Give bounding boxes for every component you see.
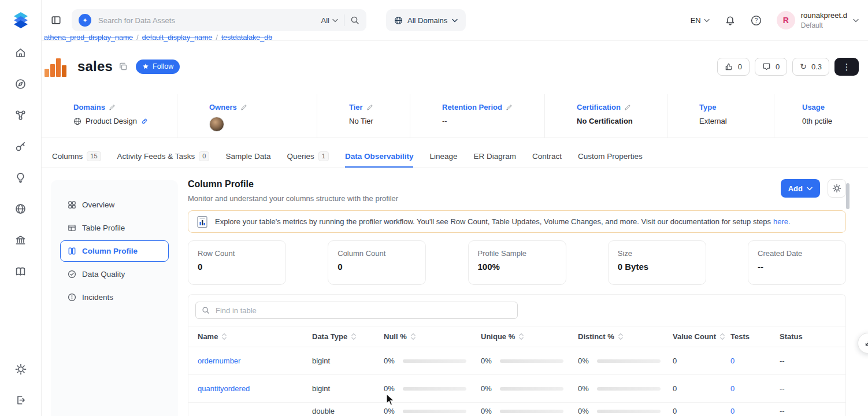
sort-icon[interactable]: [351, 333, 357, 340]
edit-pencil-icon[interactable]: [506, 104, 513, 111]
entity-tabs: Columns 15 Activity Feeds & Tasks 0 Samp…: [42, 146, 868, 168]
stat-label: Profile Sample: [478, 249, 557, 258]
sort-icon[interactable]: [221, 333, 227, 340]
book-icon: [15, 266, 26, 277]
nav-govern-button[interactable]: [15, 234, 27, 246]
version-button[interactable]: ↻ 0.3: [792, 58, 829, 76]
nav-home-button[interactable]: [15, 47, 27, 58]
expand-arrows-icon: [864, 339, 868, 347]
language-dropdown[interactable]: EN: [691, 16, 710, 25]
tab-columns[interactable]: Columns 15: [52, 146, 101, 168]
app-root: ✦ All All Domains EN: [0, 0, 868, 416]
tab-custom-properties[interactable]: Custom Properties: [578, 146, 643, 168]
more-actions-button[interactable]: ⋮: [834, 58, 859, 76]
logout-button[interactable]: [15, 394, 27, 406]
tab-contract[interactable]: Contract: [532, 146, 562, 168]
domains-filter-button[interactable]: All Domains: [386, 9, 466, 31]
cell-status: --: [780, 384, 845, 393]
column-header-unique-pct[interactable]: Unique %: [481, 332, 578, 341]
nav-access-button[interactable]: [15, 140, 27, 152]
column-header-name[interactable]: Name: [198, 332, 312, 341]
table-row: ordernumber bigint 0% 0% 0% 0 0 --: [188, 347, 845, 375]
user-menu[interactable]: R rounakpreet.d Default: [777, 11, 859, 29]
breadcrumb-item[interactable]: default_display_name: [142, 34, 213, 42]
search-scope-dropdown[interactable]: All: [321, 16, 338, 25]
nav-lineage-button[interactable]: [15, 109, 27, 121]
tab-queries[interactable]: Queries 1: [287, 146, 329, 168]
notifications-button[interactable]: [725, 15, 736, 26]
table-entity-icon: [42, 53, 69, 80]
edit-pencil-icon[interactable]: [366, 104, 373, 111]
profiler-settings-button[interactable]: [828, 179, 846, 198]
help-button[interactable]: ?: [751, 15, 762, 26]
upvote-button[interactable]: 0: [717, 58, 750, 76]
sort-icon[interactable]: [410, 333, 416, 340]
nav-explore-button[interactable]: [15, 78, 27, 90]
edit-pencil-icon[interactable]: [624, 104, 631, 111]
tests-link[interactable]: 0: [730, 407, 735, 415]
sort-icon[interactable]: [518, 333, 524, 340]
grid-icon: [68, 200, 76, 209]
banner-link[interactable]: here.: [773, 217, 791, 226]
meta-domains: Domains Product Design: [42, 94, 177, 138]
meta-label: Usage: [802, 103, 825, 112]
column-header-tests[interactable]: Tests: [730, 332, 780, 341]
breadcrumb-item[interactable]: athena_prod_display_name: [44, 34, 133, 42]
column-header-label: Name: [198, 332, 218, 341]
tab-count-badge: 1: [318, 151, 329, 161]
domains-filter-label: All Domains: [407, 16, 447, 25]
sidebar-toggle-button[interactable]: [46, 10, 66, 30]
sort-icon[interactable]: [719, 333, 725, 340]
nav-domains-button[interactable]: [15, 203, 27, 214]
cell-value-count: 0: [673, 384, 730, 393]
tab-label: Sample Data: [225, 152, 270, 161]
meta-value[interactable]: Product Design: [86, 117, 137, 125]
column-header-null-pct[interactable]: Null %: [384, 332, 481, 341]
app-logo-icon[interactable]: [10, 9, 32, 31]
tab-activity-feeds[interactable]: Activity Feeds & Tasks 0: [117, 146, 210, 168]
column-header-distinct-pct[interactable]: Distinct %: [578, 332, 673, 341]
profile-nav-table-profile[interactable]: Table Profile: [60, 217, 169, 239]
meta-owners: Owners: [177, 94, 317, 138]
search-button[interactable]: [350, 16, 359, 25]
tab-lineage[interactable]: Lineage: [429, 146, 457, 168]
tab-er-diagram[interactable]: ER Diagram: [474, 146, 517, 168]
follow-button[interactable]: Follow: [136, 60, 180, 74]
pct-value: 0%: [578, 356, 589, 365]
sort-icon[interactable]: [618, 333, 624, 340]
column-header-status[interactable]: Status: [780, 332, 845, 341]
breadcrumb-separator: /: [136, 34, 138, 42]
comments-button[interactable]: 0: [755, 58, 787, 76]
column-header-value-count[interactable]: Value Count: [673, 332, 730, 341]
nav-glossary-button[interactable]: [15, 265, 27, 277]
column-header-data-type[interactable]: Data Type: [312, 332, 384, 341]
add-button[interactable]: Add: [781, 179, 820, 198]
breadcrumb-item[interactable]: testdatalake_db: [221, 34, 272, 42]
nav-insights-button[interactable]: [15, 172, 27, 183]
edit-pencil-icon[interactable]: [109, 104, 116, 111]
tests-link[interactable]: 0: [730, 356, 735, 365]
profile-nav-column-profile[interactable]: Column Profile: [60, 240, 169, 262]
column-name-link[interactable]: quantityordered: [198, 384, 250, 393]
tab-label: ER Diagram: [474, 152, 517, 161]
edit-pencil-icon[interactable]: [240, 104, 247, 111]
settings-button[interactable]: [15, 363, 27, 375]
meta-label: Domains: [73, 103, 105, 112]
tab-data-observability[interactable]: Data Observability: [345, 146, 414, 168]
search-input[interactable]: [97, 16, 316, 25]
column-name-link[interactable]: ordernumber: [198, 356, 240, 365]
profile-nav-incidents[interactable]: Incidents: [60, 287, 169, 308]
comment-icon: [762, 62, 771, 71]
copy-name-button[interactable]: [118, 62, 128, 71]
panel-scrollbar[interactable]: [846, 183, 850, 209]
ai-sparkle-icon[interactable]: ✦: [79, 14, 91, 27]
profile-nav-data-quality[interactable]: Data Quality: [60, 263, 169, 285]
tests-link[interactable]: 0: [730, 384, 735, 393]
owner-avatar[interactable]: [209, 117, 224, 132]
find-in-table-input[interactable]: [214, 306, 511, 315]
tab-sample-data[interactable]: Sample Data: [225, 146, 270, 168]
progress-bar: [597, 387, 661, 391]
profile-nav-overview[interactable]: Overview: [60, 194, 169, 216]
search-scope-label: All: [321, 16, 329, 25]
meta-retention-period: Retention Period --: [410, 94, 545, 138]
